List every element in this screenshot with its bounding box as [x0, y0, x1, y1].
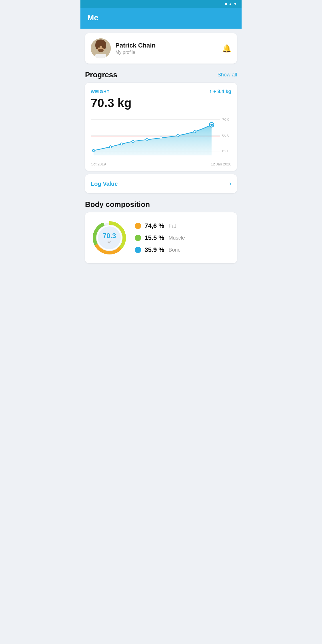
chevron-right-icon: ›	[229, 180, 231, 187]
profile-name: Patrick Chain	[115, 42, 218, 49]
main-content: Patrick Chain My profile 🔔 Progress Show…	[80, 29, 242, 263]
svg-point-26	[210, 124, 213, 126]
muscle-label: Muscle	[169, 235, 185, 241]
muscle-dot-icon	[135, 235, 141, 241]
log-value-card[interactable]: Log Value ›	[85, 174, 237, 193]
svg-point-22	[160, 137, 162, 139]
muscle-percentage: 15.5 %	[145, 234, 165, 242]
svg-text:62.0: 62.0	[222, 149, 230, 153]
weight-card-header: WEIGHT ↑ + 8,4 kg	[91, 88, 231, 94]
comp-item-bone: 35.9 % Bone	[135, 246, 231, 254]
weight-chart: 70.0 66.0 62.0	[91, 114, 231, 160]
svg-point-18	[109, 146, 112, 148]
donut-center: 70.3 kg	[103, 232, 116, 244]
status-bar: ■ ● ▼	[80, 0, 242, 8]
body-comp-title: Body composition	[85, 200, 150, 209]
triangle-icon: ▼	[234, 2, 237, 6]
weight-current-value: 70.3 kg	[91, 96, 231, 110]
notification-bell-icon[interactable]: 🔔	[222, 44, 231, 53]
profile-subtitle: My profile	[115, 50, 218, 55]
svg-point-7	[102, 46, 103, 48]
donut-unit: kg	[103, 240, 116, 244]
circle-icon: ●	[229, 2, 231, 6]
svg-point-17	[92, 149, 95, 152]
app-title: Me	[87, 13, 98, 22]
chart-dates: Oct 2019 12 Jan 2020	[91, 162, 231, 166]
profile-info: Patrick Chain My profile	[115, 42, 218, 55]
up-arrow-icon: ↑	[209, 88, 212, 94]
square-icon: ■	[225, 2, 227, 6]
weight-change-value: + 8,4 kg	[213, 89, 231, 94]
donut-value: 70.3	[103, 232, 116, 240]
comp-item-muscle: 15.5 % Muscle	[135, 234, 231, 242]
log-value-label: Log Value	[91, 181, 118, 187]
bone-percentage: 35.9 %	[145, 246, 165, 254]
svg-text:66.0: 66.0	[222, 133, 230, 137]
bone-label: Bone	[169, 247, 181, 253]
bone-dot-icon	[135, 247, 141, 253]
weight-change: ↑ + 8,4 kg	[209, 88, 231, 94]
avatar	[91, 38, 111, 58]
weight-card: WEIGHT ↑ + 8,4 kg 70.3 kg 70.0 66.0 62.0	[85, 83, 237, 171]
svg-point-21	[146, 139, 148, 141]
svg-text:70.0: 70.0	[222, 117, 230, 122]
composition-list: 74,6 % Fat 15.5 % Muscle 35.9 % Bone	[135, 222, 231, 254]
fat-percentage: 74,6 %	[145, 222, 165, 230]
svg-point-19	[120, 143, 123, 145]
profile-card[interactable]: Patrick Chain My profile 🔔	[85, 33, 237, 64]
progress-title: Progress	[85, 70, 117, 79]
app-bar: Me	[80, 8, 242, 29]
comp-item-fat: 74,6 % Fat	[135, 222, 231, 230]
body-comp-section-header: Body composition	[85, 200, 237, 209]
svg-point-23	[177, 135, 179, 137]
chart-date-end: 12 Jan 2020	[211, 162, 231, 166]
svg-point-24	[193, 131, 196, 133]
weight-label: WEIGHT	[91, 89, 110, 94]
show-all-button[interactable]: Show all	[218, 72, 237, 78]
svg-point-5	[103, 41, 106, 49]
svg-point-6	[98, 46, 100, 48]
progress-section-header: Progress Show all	[85, 70, 237, 79]
fat-dot-icon	[135, 223, 141, 229]
svg-rect-9	[95, 54, 106, 58]
svg-point-20	[132, 140, 134, 143]
svg-point-8	[98, 49, 104, 52]
fat-label: Fat	[169, 223, 176, 229]
svg-point-4	[95, 41, 99, 49]
chart-date-start: Oct 2019	[91, 162, 106, 166]
donut-chart: 70.3 kg	[91, 219, 128, 256]
body-comp-card: 70.3 kg 74,6 % Fat 15.5 % Muscle 35.9 % …	[85, 212, 237, 263]
